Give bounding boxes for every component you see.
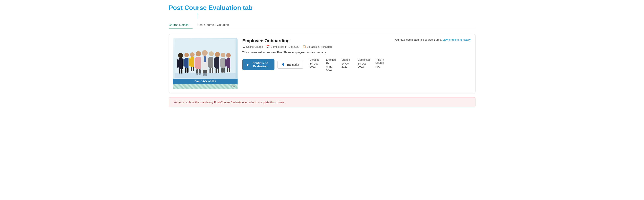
enrollment-section: You have completed this course 1 time. V… bbox=[394, 38, 471, 41]
svg-rect-36 bbox=[210, 68, 211, 73]
stat-started: Started 14-Oct-2022 bbox=[342, 58, 353, 68]
cloud-icon: ☁ bbox=[242, 45, 245, 48]
svg-point-38 bbox=[215, 52, 220, 57]
svg-rect-53 bbox=[229, 59, 230, 66]
title-underline-decoration bbox=[197, 13, 198, 19]
svg-point-25 bbox=[202, 50, 208, 56]
progress-bar: 100% bbox=[173, 84, 238, 89]
stat-enrolled-by: Enrolled By Anna Cruz bbox=[326, 58, 337, 71]
tab-course-details[interactable]: Course Details bbox=[169, 21, 192, 29]
course-image-wrapper: Due: 14-Oct-2023 100% bbox=[173, 38, 238, 89]
enrollment-stats: Enrolled 14-Oct-2022 Enrolled By Anna Cr… bbox=[310, 58, 390, 71]
svg-rect-55 bbox=[229, 68, 230, 72]
svg-point-19 bbox=[196, 51, 201, 56]
page-title: Post Course Evaluation tab bbox=[169, 4, 476, 12]
card-top-row: Due: 14-Oct-2023 100% Employee Onboardin… bbox=[173, 38, 471, 89]
course-meta: ☁ Online Course 📅 Completed: 14-Oct-2022… bbox=[242, 45, 390, 48]
svg-rect-37 bbox=[212, 68, 213, 73]
svg-point-50 bbox=[226, 53, 231, 58]
completion-note: You have completed this course 1 time. V… bbox=[394, 38, 471, 41]
play-icon: ▶ bbox=[247, 63, 249, 66]
svg-rect-48 bbox=[222, 68, 223, 73]
calendar-icon: 📅 bbox=[266, 45, 270, 48]
svg-rect-9 bbox=[184, 59, 185, 66]
course-description: This course welcomes new Fina Shoes empl… bbox=[242, 50, 390, 55]
progress-fill bbox=[173, 84, 238, 89]
svg-rect-42 bbox=[216, 69, 217, 73]
svg-point-13 bbox=[190, 52, 194, 57]
tasks-meta: 📋 13 tasks in 4 chapters bbox=[302, 45, 332, 48]
tabs-nav: Course Details Post Course Evaluation bbox=[169, 21, 476, 29]
svg-rect-28 bbox=[206, 57, 208, 68]
card-content: Employee Onboarding ☁ Online Course 📅 Co… bbox=[242, 38, 390, 71]
svg-point-1 bbox=[178, 53, 183, 58]
svg-rect-3 bbox=[177, 59, 178, 67]
stat-completed: Completed 14-Oct-2022 bbox=[358, 58, 370, 68]
svg-rect-49 bbox=[224, 68, 225, 73]
svg-rect-52 bbox=[225, 59, 227, 66]
svg-rect-15 bbox=[189, 58, 190, 66]
tab-post-course-evaluation[interactable]: Post Course Evaluation bbox=[198, 21, 233, 29]
svg-rect-27 bbox=[200, 57, 202, 68]
svg-rect-56 bbox=[175, 73, 236, 78]
warning-banner: You must submit the mandatory Post-Cours… bbox=[169, 97, 476, 107]
svg-rect-29 bbox=[204, 56, 206, 62]
course-actions: ▶ Continue to Evaluation 👤 Transcript bbox=[242, 59, 303, 70]
svg-rect-16 bbox=[193, 58, 194, 66]
svg-rect-18 bbox=[193, 67, 194, 71]
svg-rect-12 bbox=[187, 68, 188, 73]
svg-rect-43 bbox=[218, 69, 220, 73]
svg-rect-34 bbox=[208, 58, 209, 67]
progress-label: 100% bbox=[229, 85, 236, 88]
transcript-icon: 👤 bbox=[282, 63, 285, 66]
course-card: Due: 14-Oct-2023 100% Employee Onboardin… bbox=[169, 34, 476, 93]
stat-time-in-course: Time In Course N/A bbox=[376, 58, 390, 68]
due-date-bar: Due: 14-Oct-2023 bbox=[173, 79, 238, 84]
course-title: Employee Onboarding bbox=[242, 38, 390, 43]
people-illustration bbox=[175, 39, 236, 78]
svg-rect-47 bbox=[224, 59, 225, 66]
continue-to-evaluation-button[interactable]: ▶ Continue to Evaluation bbox=[242, 59, 275, 70]
svg-rect-41 bbox=[218, 58, 220, 67]
course-image bbox=[173, 38, 238, 79]
svg-rect-46 bbox=[220, 59, 221, 66]
svg-rect-21 bbox=[194, 58, 196, 68]
svg-rect-11 bbox=[185, 68, 186, 73]
completed-date-meta: 📅 Completed: 14-Oct-2022 bbox=[266, 45, 299, 48]
svg-point-44 bbox=[221, 53, 225, 57]
svg-point-7 bbox=[184, 53, 189, 57]
svg-rect-17 bbox=[191, 67, 192, 71]
transcript-button[interactable]: 👤 Transcript bbox=[277, 61, 303, 69]
svg-rect-40 bbox=[214, 58, 215, 67]
course-type-meta: ☁ Online Course bbox=[242, 45, 263, 48]
svg-rect-35 bbox=[212, 58, 213, 67]
svg-point-32 bbox=[209, 51, 214, 56]
stat-enrolled: Enrolled 14-Oct-2022 bbox=[310, 58, 321, 68]
svg-rect-22 bbox=[199, 58, 201, 68]
tasks-icon: 📋 bbox=[302, 45, 306, 48]
svg-rect-54 bbox=[227, 68, 228, 72]
svg-rect-4 bbox=[181, 59, 183, 67]
svg-rect-10 bbox=[187, 59, 188, 66]
enrollment-history-link[interactable]: View enrollment history. bbox=[442, 38, 471, 41]
actions-stats-row: ▶ Continue to Evaluation 👤 Transcript En… bbox=[242, 58, 390, 71]
